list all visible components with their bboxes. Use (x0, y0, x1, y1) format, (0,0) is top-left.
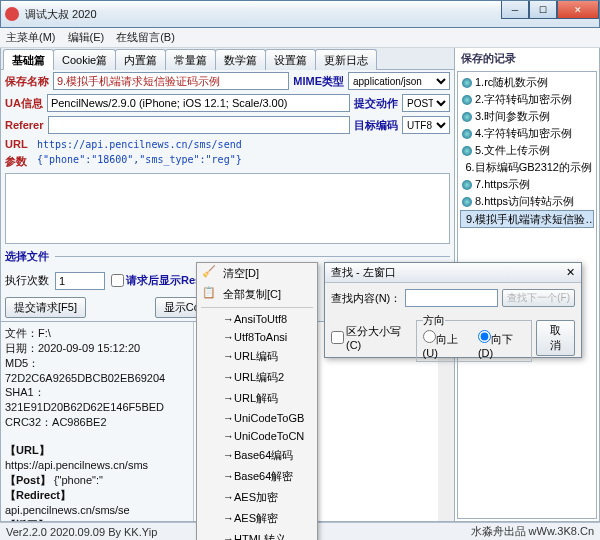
globe-icon (462, 197, 472, 207)
find-dir-down[interactable]: 向下(D) (478, 330, 525, 359)
url-value[interactable]: https://api.pencilnews.cn/sms/send (37, 139, 242, 150)
menu-item[interactable]: →URL解码 (197, 388, 317, 409)
record-item[interactable]: 7.https示例 (460, 176, 594, 193)
menu-main[interactable]: 主菜单(M) (6, 30, 56, 45)
broom-icon: 🧹 (202, 265, 216, 279)
select-file-label[interactable]: 选择文件 (5, 249, 49, 264)
run-count-input[interactable] (55, 272, 105, 290)
record-item[interactable]: 5.文件上传示例 (460, 142, 594, 159)
record-item[interactable]: 6.目标编码GB2312的示例 (460, 159, 594, 176)
params-label: 参数 (5, 154, 33, 169)
menu-item[interactable]: →Utf8ToAnsi (197, 328, 317, 346)
referer-label: Referer (5, 119, 44, 131)
tab-3[interactable]: 常量篇 (165, 49, 216, 70)
tab-4[interactable]: 数学篇 (215, 49, 266, 70)
save-name-label: 保存名称 (5, 74, 49, 89)
menu-item[interactable]: →Base64编码 (197, 445, 317, 466)
submit-request-button[interactable]: 提交请求[F5] (5, 297, 86, 318)
submit-action-label: 提交动作 (354, 96, 398, 111)
find-close-icon[interactable]: ✕ (566, 266, 575, 279)
record-item[interactable]: 3.时间参数示例 (460, 108, 594, 125)
result-info-pane: 文件：F:\ 日期：2020-09-09 15:12:20 MD5：72D2C6… (1, 322, 193, 521)
target-encoding-label: 目标编码 (354, 118, 398, 133)
find-content-label: 查找内容(N)： (331, 291, 401, 306)
maximize-button[interactable]: ☐ (529, 1, 557, 19)
menu-item[interactable]: →URL编码 (197, 346, 317, 367)
record-item[interactable]: 4.字符转码加密示例 (460, 125, 594, 142)
menu-copy-all[interactable]: 📋全部复制[C] (197, 284, 317, 305)
tab-6[interactable]: 更新日志 (315, 49, 377, 70)
status-right: 水淼舟出品 wWw.3K8.Cn (471, 524, 594, 539)
globe-icon (462, 95, 472, 105)
target-encoding-select[interactable]: UTF8 (402, 116, 450, 134)
tab-2[interactable]: 内置篇 (115, 49, 166, 70)
tab-0[interactable]: 基础篇 (3, 49, 54, 70)
url-label: URL (5, 138, 33, 150)
menu-clear[interactable]: 🧹清空[D] (197, 263, 317, 284)
menu-edit[interactable]: 编辑(E) (68, 30, 105, 45)
tab-5[interactable]: 设置篇 (265, 49, 316, 70)
context-menu: 🧹清空[D] 📋全部复制[C] →AnsiToUtf8→Utf8ToAnsi→U… (196, 262, 318, 540)
run-count-label: 执行次数 (5, 273, 49, 288)
record-item[interactable]: 9.模拟手机端请求短信验… (460, 210, 594, 228)
window-title: 调试大叔 2020 (25, 7, 97, 22)
referer-input[interactable] (48, 116, 350, 134)
menu-item[interactable]: →HTML转义 (197, 529, 317, 540)
close-button[interactable]: ✕ (557, 1, 599, 19)
record-item[interactable]: 8.https访问转站示例 (460, 193, 594, 210)
mime-label: MIME类型 (293, 74, 344, 89)
mime-select[interactable]: application/json (348, 72, 450, 90)
menu-item[interactable]: →UniCodeToGB (197, 409, 317, 427)
menu-item[interactable]: →UniCodeToCN (197, 427, 317, 445)
save-name-input[interactable] (53, 72, 289, 90)
menu-item[interactable]: →AES解密 (197, 508, 317, 529)
record-item[interactable]: 2.字符转码加密示例 (460, 91, 594, 108)
globe-icon (462, 129, 472, 139)
menu-item[interactable]: →AES加密 (197, 487, 317, 508)
submit-action-select[interactable]: POST (402, 94, 450, 112)
find-cancel-button[interactable]: 取消 (536, 320, 575, 356)
records-heading: 保存的记录 (455, 48, 599, 69)
params-textarea[interactable] (5, 173, 450, 244)
find-case-checkbox[interactable]: 区分大小写(C) (331, 324, 412, 351)
menu-item[interactable]: →Base64解密 (197, 466, 317, 487)
find-next-button[interactable]: 查找下一个(F) (502, 289, 575, 307)
copy-icon: 📋 (202, 286, 216, 300)
globe-icon (462, 146, 472, 156)
globe-icon (462, 180, 472, 190)
find-dialog: 查找 - 左窗口 ✕ 查找内容(N)： 查找下一个(F) 区分大小写(C) 方向… (324, 262, 582, 358)
globe-icon (462, 78, 472, 88)
ua-input[interactable] (47, 94, 350, 112)
menu-item[interactable]: →AnsiToUtf8 (197, 310, 317, 328)
menu-item[interactable]: →URL编码2 (197, 367, 317, 388)
tab-1[interactable]: Cookie篇 (53, 49, 116, 70)
record-item[interactable]: 1.rc随机数示例 (460, 74, 594, 91)
menu-online[interactable]: 在线留言(B) (116, 30, 175, 45)
globe-icon (462, 112, 472, 122)
minimize-button[interactable]: ─ (501, 1, 529, 19)
params-value[interactable]: {"phone":"18600","sms_type":"reg"} (37, 154, 242, 165)
menubar: 主菜单(M) 编辑(E) 在线留言(B) (0, 28, 600, 48)
status-left: Ver2.2.0 2020.09.09 By KK.Yip (6, 526, 157, 538)
tabbar: 基础篇Cookie篇内置篇常量篇数学篇设置篇更新日志 (1, 48, 454, 70)
ua-label: UA信息 (5, 96, 43, 111)
find-direction-group: 方向 向上(U) 向下(D) (416, 313, 533, 362)
find-dir-up[interactable]: 向上(U) (423, 330, 470, 359)
window-titlebar: 调试大叔 2020 ─ ☐ ✕ (0, 0, 600, 28)
find-content-input[interactable] (405, 289, 498, 307)
find-title: 查找 - 左窗口 (331, 265, 396, 280)
app-icon (5, 7, 19, 21)
